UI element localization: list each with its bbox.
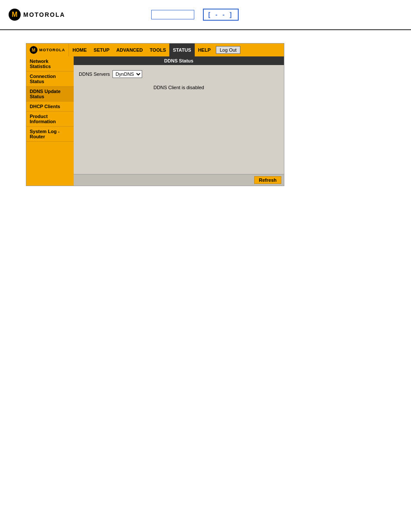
nav-home[interactable]: HOME <box>69 44 90 56</box>
sidebar: Network Statistics Connection Status DDN… <box>26 56 74 186</box>
nav-help[interactable]: HELP <box>195 44 214 56</box>
top-header-inputs: [ - - ] <box>151 9 238 21</box>
panel-title: DDNS Status <box>74 56 284 65</box>
nav-logo-text: MOTOROLA <box>39 48 65 52</box>
logout-button[interactable]: Log Out <box>216 46 240 54</box>
top-bracket-display: [ - - ] <box>203 9 238 21</box>
top-header: M MOTOROLA [ - - ] <box>0 0 411 30</box>
ddns-server-select[interactable]: DynDNS TZO <box>112 70 142 78</box>
motorola-logo-top: M MOTOROLA <box>9 9 65 21</box>
sidebar-item-system-log-router[interactable]: System Log - Router <box>26 127 74 142</box>
nav-setup[interactable]: SETUP <box>90 44 113 56</box>
nav-logo: M MOTOROLA <box>26 44 69 56</box>
nav-items: HOME SETUP ADVANCED TOOLS STATUS HELP Lo… <box>69 44 284 56</box>
ddns-server-label: DDNS Servers <box>79 72 110 77</box>
router-ui: M MOTOROLA HOME SETUP ADVANCED TOOLS STA… <box>26 43 284 186</box>
refresh-button[interactable]: Refresh <box>254 176 281 184</box>
content-area: Network Statistics Connection Status DDN… <box>26 56 284 186</box>
motorola-logo-icon: M <box>9 9 21 21</box>
sidebar-item-dhcp-clients[interactable]: DHCP Clients <box>26 102 74 112</box>
ddns-status-message: DDNS Client is disabled <box>79 85 279 90</box>
sidebar-item-connection-status[interactable]: Connection Status <box>26 72 74 87</box>
panel-footer: Refresh <box>74 174 284 186</box>
main-panel: DDNS Status DDNS Servers DynDNS TZO DDNS… <box>74 56 284 186</box>
nav-advanced[interactable]: ADVANCED <box>113 44 146 56</box>
sidebar-item-product-information[interactable]: Product Information <box>26 112 74 127</box>
nav-status[interactable]: STATUS <box>169 44 194 56</box>
nav-logo-icon: M <box>30 46 37 54</box>
top-search-input[interactable] <box>151 10 194 19</box>
nav-bar: M MOTOROLA HOME SETUP ADVANCED TOOLS STA… <box>26 44 284 56</box>
main-content: M MOTOROLA HOME SETUP ADVANCED TOOLS STA… <box>0 30 411 199</box>
brand-name: MOTOROLA <box>23 11 65 18</box>
sidebar-item-ddns-update-status[interactable]: DDNS Update Status <box>26 87 74 102</box>
sidebar-item-network-statistics[interactable]: Network Statistics <box>26 56 74 72</box>
panel-body: DDNS Servers DynDNS TZO DDNS Client is d… <box>74 65 284 174</box>
nav-tools[interactable]: TOOLS <box>146 44 170 56</box>
ddns-server-row: DDNS Servers DynDNS TZO <box>79 70 279 78</box>
